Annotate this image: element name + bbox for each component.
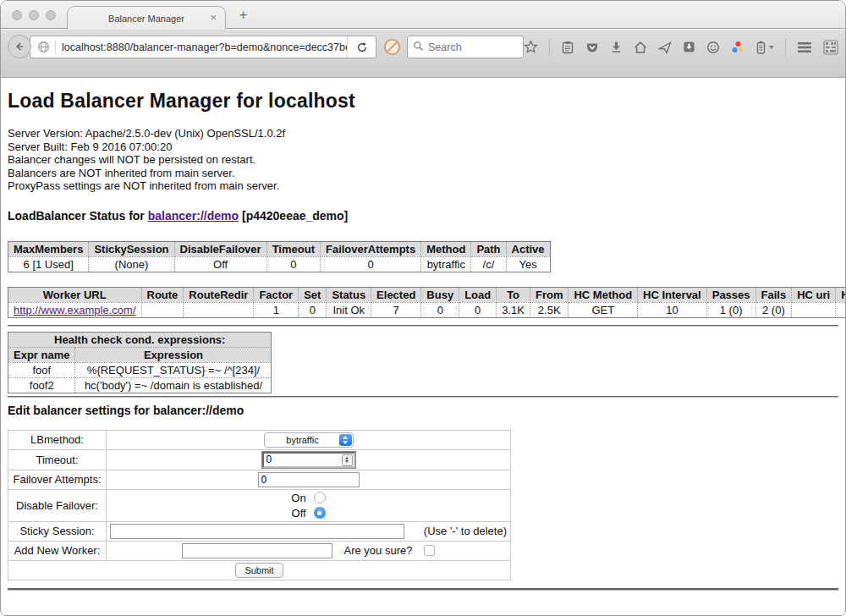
battery-extension-icon[interactable]: [755, 41, 774, 54]
reload-icon: [356, 41, 368, 53]
select-stepper-icon: [339, 434, 352, 446]
balancer-demo-link[interactable]: balancer://demo: [148, 209, 239, 223]
search-bar[interactable]: [407, 36, 524, 58]
col-active: Active: [506, 241, 550, 256]
globe-icon: [30, 41, 56, 53]
tab-balancer-manager[interactable]: Balancer Manager ×: [67, 6, 226, 30]
worker-url-link[interactable]: http://www.example.com/: [14, 304, 136, 316]
notice-line: Balancer changes will NOT be persisted o…: [8, 153, 838, 167]
divider: [8, 396, 838, 398]
menu-hamburger-icon[interactable]: [797, 41, 812, 53]
col-fails: Fails: [755, 287, 792, 302]
col-routeredir: RouteRedir: [184, 287, 254, 302]
col-hc-uri: HC uri: [792, 287, 836, 302]
col-expr-name: Expr name: [8, 347, 75, 362]
send-tab-icon[interactable]: [658, 41, 672, 54]
navigation-toolbar: localhost:8880/balancer-manager?b=demo&n…: [1, 30, 845, 63]
col-worker-url: Worker URL: [8, 287, 142, 302]
toolbar-separator: [549, 39, 550, 56]
table-row: http://www.example.com/ 1 0 Init Ok 7 0 …: [8, 302, 846, 317]
bookmarks-toolbar: [1, 63, 845, 78]
zoom-window-button[interactable]: [46, 10, 56, 20]
col-status: Status: [327, 287, 371, 302]
col-stickysession: StickySession: [89, 241, 174, 256]
pocket-icon[interactable]: [585, 41, 599, 54]
disable-failover-label: Disable Failover:: [8, 489, 107, 521]
page-title: Load Balancer Manager for localhost: [8, 90, 838, 113]
failover-attempts-input[interactable]: [258, 472, 360, 487]
tab-title: Balancer Manager: [108, 14, 184, 24]
submit-button[interactable]: Submit: [235, 563, 283, 578]
back-button[interactable]: [8, 35, 31, 58]
content-blocked-icon[interactable]: [383, 38, 401, 59]
col-method: Method: [421, 241, 471, 256]
page-bottom-divider: [8, 588, 838, 591]
edit-balancer-heading: Edit balancer settings for balancer://de…: [8, 404, 838, 417]
sticky-session-label: Sticky Session:: [8, 521, 107, 541]
col-hc-method: HC Method: [569, 287, 638, 302]
minimize-window-button[interactable]: [29, 10, 39, 20]
col-factor: Factor: [254, 287, 299, 302]
server-built-line: Server Built: Feb 9 2016 07:00:20: [8, 140, 838, 154]
are-you-sure-checkbox[interactable]: [424, 545, 435, 556]
are-you-sure-label: Are you sure?: [344, 544, 413, 557]
home-icon[interactable]: [634, 41, 647, 54]
new-tab-button[interactable]: +: [239, 8, 247, 23]
search-input[interactable]: [428, 41, 513, 53]
health-check-table: Health check cond. expressions: Expr nam…: [8, 332, 272, 393]
edit-balancer-form: LBmethod: bytraffic Timeout:: [8, 430, 511, 580]
col-hc-interval: HC Interval: [638, 287, 707, 302]
back-arrow-icon: [14, 41, 25, 52]
search-icon: [413, 40, 424, 55]
server-version-line: Server Version: Apache/2.5.0-dev (Unix) …: [8, 127, 838, 140]
col-hc-expr: HC Expr: [836, 287, 845, 302]
tab-close-icon[interactable]: ×: [210, 11, 217, 24]
reload-button[interactable]: [347, 36, 376, 58]
bookmark-star-icon[interactable]: [524, 40, 538, 54]
page-content: Load Balancer Manager for localhost Serv…: [1, 79, 845, 615]
timeout-label: Timeout:: [8, 449, 107, 470]
col-path: Path: [471, 241, 506, 256]
col-from: From: [530, 287, 569, 302]
feedback-smiley-icon[interactable]: [706, 41, 720, 54]
col-elected: Elected: [371, 287, 421, 302]
add-new-worker-label: Add New Worker:: [8, 541, 107, 560]
colored-dots-extension-icon[interactable]: [731, 41, 744, 54]
worker-table: Worker URL Route RouteRedir Factor Set S…: [8, 287, 845, 318]
col-disablefailover: DisableFailover: [174, 241, 266, 256]
col-load: Load: [459, 287, 497, 302]
close-window-button[interactable]: [12, 10, 22, 20]
col-passes: Passes: [706, 287, 755, 302]
col-maxmembers: MaxMembers: [8, 241, 89, 256]
divider: [8, 325, 838, 327]
loadbalancer-status-heading: LoadBalancer Status for balancer://demo …: [8, 209, 838, 223]
col-failoverattempts: FailoverAttempts: [320, 241, 420, 256]
pixel-grid-extension-icon[interactable]: [823, 40, 838, 55]
disable-failover-on-radio[interactable]: [314, 492, 326, 503]
url-text[interactable]: localhost:8880/balancer-manager?b=demo&n…: [56, 41, 347, 53]
radio-on-label: On: [291, 492, 305, 504]
add-new-worker-input[interactable]: [182, 543, 332, 558]
col-set: Set: [299, 287, 327, 302]
failover-attempts-label: Failover Attempts:: [8, 470, 107, 489]
notice-line: Balancers are NOT inherited from main se…: [8, 167, 838, 180]
table-row: foof %{REQUEST_STATUS} =~ /^[234]/: [8, 362, 272, 377]
table-row: 6 [1 Used] (None) Off 0 0 bytraffic /c/ …: [8, 256, 551, 272]
health-table-title: Health check cond. expressions:: [8, 332, 272, 347]
downloads-icon[interactable]: [610, 41, 623, 53]
col-to: To: [497, 287, 530, 302]
radio-off-label: Off: [292, 507, 306, 520]
reading-list-icon[interactable]: [561, 41, 574, 54]
sticky-session-hint: (Use '-' to delete): [424, 525, 507, 537]
chevron-down-icon: [769, 46, 774, 49]
save-to-device-icon[interactable]: [683, 41, 695, 53]
disable-failover-off-radio[interactable]: [314, 507, 326, 519]
window-controls: [12, 10, 56, 20]
tab-bar: Balancer Manager × +: [1, 1, 845, 29]
lbmethod-select[interactable]: bytraffic: [264, 432, 354, 448]
col-route: Route: [141, 287, 184, 302]
sticky-session-input[interactable]: [110, 524, 404, 539]
number-spinner-icon[interactable]: [342, 454, 353, 466]
url-bar[interactable]: localhost:8880/balancer-manager?b=demo&n…: [30, 36, 376, 58]
notice-line: ProxyPass settings are NOT inherited fro…: [8, 179, 838, 193]
